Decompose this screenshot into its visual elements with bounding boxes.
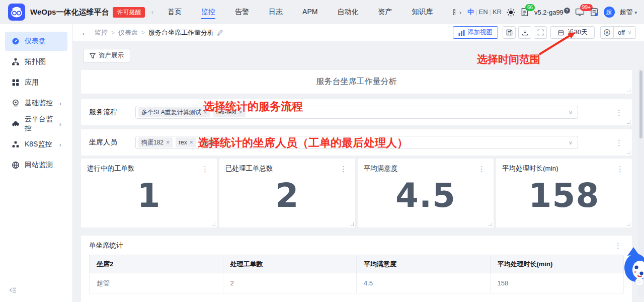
sidebar-item-k8s-monitoring[interactable]: K8S监控 ›	[5, 135, 67, 154]
assistant-mascot[interactable]	[621, 247, 644, 287]
dashboard-title-card: 服务台坐席工作量分析	[81, 70, 632, 94]
nav-item-home[interactable]: 首页	[168, 6, 182, 19]
nav-item-monitor[interactable]: 监控	[201, 6, 215, 19]
card-menu-kebab-icon[interactable]: ⋮	[476, 164, 488, 174]
agents-label: 坐席人员	[89, 138, 135, 147]
selected-tag[interactable]: 超管×	[199, 137, 223, 147]
user-avatar[interactable]: 超	[604, 7, 615, 18]
stat-title: 进行中的工单数	[87, 164, 135, 173]
col-header-ticket-count: 处理工单数	[223, 255, 357, 273]
resize-handle[interactable]	[627, 120, 630, 124]
lang-zh[interactable]: 中	[467, 8, 474, 16]
card-menu-kebab-icon[interactable]: ⋮	[338, 164, 349, 174]
col-header-satisfaction: 平均满意度	[357, 255, 491, 273]
language-switcher[interactable]: 中|EN|KR	[467, 8, 502, 17]
license-alert-badge[interactable]: 许可提醒	[113, 7, 145, 18]
weops-logo-icon[interactable]	[8, 4, 25, 21]
cell-handle-time: 158	[490, 273, 624, 293]
sidebar-item-website-monitoring[interactable]: 网站监测	[5, 156, 67, 175]
sidebar-item-topology[interactable]: 拓扑图	[5, 52, 67, 71]
edit-title-icon[interactable]	[217, 30, 223, 36]
tag-close-icon[interactable]: ×	[166, 139, 170, 146]
nav-item-servicedesk[interactable]: 服务台	[452, 6, 455, 19]
download-button[interactable]	[518, 26, 531, 39]
breadcrumb-sep: >	[141, 29, 145, 36]
fullscreen-button[interactable]	[534, 26, 547, 39]
release-notes-icon[interactable]: 66	[520, 8, 529, 17]
chevron-down-icon: ∨	[569, 109, 573, 116]
auto-refresh-icon[interactable]: A	[601, 26, 614, 39]
sidebar-item-dashboard[interactable]: 仪表盘	[5, 32, 67, 51]
globe-icon	[12, 161, 20, 169]
time-range-picker[interactable]: 近30天	[550, 26, 595, 39]
resize-handle[interactable]	[627, 89, 630, 92]
chevron-down-icon: ∨	[628, 30, 631, 35]
add-view-button[interactable]: 添加视图	[453, 26, 498, 39]
nav-item-apm[interactable]: APM	[302, 6, 317, 19]
tag-close-icon[interactable]: ×	[190, 139, 193, 146]
lang-en[interactable]: EN	[479, 8, 488, 16]
version-text: v5.2-ga99	[534, 9, 564, 17]
resize-handle[interactable]	[627, 150, 630, 154]
nav-more-chevron-icon[interactable]: ›	[459, 9, 461, 16]
card-menu-kebab-icon[interactable]: ⋮	[614, 164, 626, 174]
refresh-interval-select[interactable]: off ∨	[614, 29, 635, 36]
nav-item-log[interactable]: 日志	[269, 6, 283, 19]
tag-close-icon[interactable]: ×	[217, 139, 220, 146]
stat-value: 2	[225, 174, 349, 222]
sidebar-collapse-icon[interactable]	[9, 287, 17, 295]
asset-display-button[interactable]: 资产展示	[83, 49, 130, 62]
theme-toggle-icon[interactable]	[507, 8, 515, 17]
nav-item-asset[interactable]: 资产	[378, 6, 392, 19]
card-menu-kebab-icon[interactable]: ⋮	[613, 138, 625, 147]
selected-tag[interactable]: 狗蛋182×	[138, 137, 173, 147]
main-nav: 首页 监控 告警 日志 APM 自动化 资产 知识库 服务台 运	[168, 6, 455, 19]
resize-handle[interactable]	[212, 222, 215, 226]
nav-item-alert[interactable]: 告警	[235, 6, 249, 19]
stat-value: 158	[502, 174, 626, 222]
table-header-row: 坐席2 处理工单数 平均满意度 平均处理时长(min)	[90, 255, 624, 273]
card-menu-kebab-icon[interactable]: ⋮	[199, 164, 211, 174]
back-arrow-icon[interactable]: ←	[81, 28, 89, 37]
username-menu[interactable]: 超管 ▾	[620, 8, 637, 17]
table-title: 单坐席统计	[89, 241, 123, 250]
tag-close-icon[interactable]: ×	[239, 109, 243, 116]
audit-log-icon[interactable]	[590, 8, 599, 17]
breadcrumb-monitor[interactable]: 监控	[95, 28, 108, 37]
version-help-icon[interactable]: ?	[564, 8, 570, 14]
resize-handle[interactable]	[489, 222, 492, 226]
scrollbar-thumb[interactable]	[639, 70, 642, 138]
nav-collapse-icon[interactable]: ‹	[151, 8, 153, 16]
tag-label: 狗蛋182	[141, 138, 164, 147]
resize-handle[interactable]	[350, 222, 354, 226]
selected-tag[interactable]: 多个SLA重复计算测试×	[138, 107, 210, 117]
sidebar-item-apps[interactable]: 应用	[5, 73, 67, 92]
save-view-button[interactable]	[503, 26, 516, 39]
add-view-label: 添加视图	[467, 28, 493, 37]
agents-select[interactable]: 狗蛋182× rex× 超管× ∨	[135, 136, 578, 149]
resize-handle[interactable]	[627, 222, 630, 226]
dashboard-title: 服务台坐席工作量分析	[316, 77, 397, 87]
lang-separator: |	[475, 8, 477, 16]
time-range-value: 近30天	[568, 28, 588, 37]
col-header-handle-time: 平均处理时长(min)	[490, 255, 624, 273]
dashboard-icon	[12, 37, 20, 45]
selected-tag[interactable]: rex×	[176, 137, 196, 147]
service-flow-select[interactable]: 多个SLA重复计算测试× rex-test× ∨	[135, 106, 578, 119]
card-menu-kebab-icon[interactable]: ⋮	[613, 108, 625, 117]
sidebar-item-cloud-monitoring[interactable]: 云平台监控 ›	[5, 114, 67, 133]
auto-refresh-control[interactable]: A off ∨	[600, 26, 636, 39]
cell-satisfaction: 4.5	[357, 273, 491, 293]
tag-close-icon[interactable]: ×	[204, 109, 207, 116]
stat-title: 平均满意度	[364, 164, 398, 173]
selected-tag[interactable]: rex-test×	[213, 107, 246, 117]
notifications-monitor-icon[interactable]: 99+	[575, 8, 585, 17]
nav-item-automation[interactable]: 自动化	[337, 6, 358, 19]
breadcrumb-dashboard[interactable]: 仪表盘	[118, 28, 138, 37]
sidebar-item-basic-monitoring[interactable]: 基础监控 ›	[5, 94, 67, 113]
sidebar-item-label: 云平台监控	[25, 115, 59, 133]
version-label: v5.2-ga99?	[534, 8, 570, 16]
nav-item-knowledge[interactable]: 知识库	[412, 6, 433, 19]
breadcrumb-sep: >	[111, 29, 115, 36]
lang-kr[interactable]: KR	[493, 8, 502, 16]
